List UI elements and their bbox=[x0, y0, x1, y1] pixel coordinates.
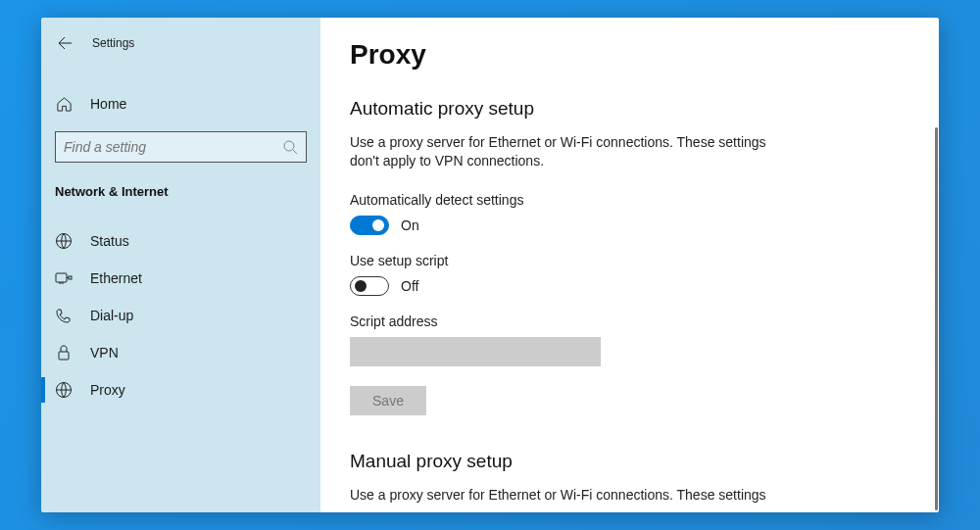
sidebar-category: Network & Internet bbox=[41, 163, 320, 209]
sidebar-item-label: Status bbox=[90, 233, 129, 249]
sidebar-item-label: VPN bbox=[90, 345, 119, 361]
svg-rect-7 bbox=[56, 273, 67, 282]
search-input-wrap[interactable] bbox=[55, 131, 307, 163]
home-label: Home bbox=[90, 96, 126, 112]
sidebar-item-dialup[interactable]: Dial-up bbox=[41, 297, 320, 334]
vpn-icon bbox=[55, 344, 73, 361]
detect-settings-label: Automatically detect settings bbox=[350, 192, 900, 208]
page-title: Proxy bbox=[350, 39, 900, 71]
sidebar-item-proxy[interactable]: Proxy bbox=[41, 371, 320, 409]
back-button[interactable] bbox=[55, 33, 74, 53]
section-manual-title: Manual proxy setup bbox=[350, 451, 900, 472]
home-icon bbox=[55, 95, 73, 113]
setup-script-toggle[interactable] bbox=[350, 276, 389, 296]
svg-line-5 bbox=[293, 150, 297, 154]
sidebar: Settings Home Network & Internet bbox=[41, 18, 320, 512]
svg-rect-9 bbox=[69, 276, 72, 279]
script-address-input bbox=[350, 337, 601, 366]
settings-window: Settings Home Network & Internet bbox=[41, 18, 939, 512]
dialup-icon bbox=[55, 307, 73, 324]
status-icon bbox=[55, 232, 73, 250]
sidebar-item-vpn[interactable]: VPN bbox=[41, 334, 320, 371]
sidebar-item-label: Ethernet bbox=[90, 270, 142, 286]
svg-rect-11 bbox=[59, 352, 69, 360]
save-button: Save bbox=[350, 386, 426, 415]
scrollbar[interactable] bbox=[935, 127, 938, 510]
sidebar-item-label: Proxy bbox=[90, 382, 125, 398]
sidebar-item-ethernet[interactable]: Ethernet bbox=[41, 260, 320, 297]
detect-settings-toggle[interactable] bbox=[350, 216, 389, 235]
script-address-label: Script address bbox=[350, 313, 900, 329]
sidebar-item-home[interactable]: Home bbox=[41, 86, 320, 121]
search-icon bbox=[282, 139, 298, 155]
setup-script-state: Off bbox=[401, 278, 418, 294]
sidebar-item-status[interactable]: Status bbox=[41, 222, 320, 260]
sidebar-nav: Status Ethernet Dial-up bbox=[41, 222, 320, 409]
detect-settings-state: On bbox=[401, 217, 419, 233]
proxy-icon bbox=[55, 381, 73, 399]
setup-script-label: Use setup script bbox=[350, 253, 900, 268]
section-auto-title: Automatic proxy setup bbox=[350, 98, 900, 120]
svg-point-4 bbox=[284, 141, 294, 151]
app-title: Settings bbox=[92, 36, 134, 50]
section-manual-desc: Use a proxy server for Ethernet or Wi-Fi… bbox=[350, 486, 781, 505]
content-area: Proxy Automatic proxy setup Use a proxy … bbox=[320, 18, 939, 512]
search-input[interactable] bbox=[64, 139, 282, 155]
section-auto-desc: Use a proxy server for Ethernet or Wi-Fi… bbox=[350, 133, 781, 170]
sidebar-item-label: Dial-up bbox=[90, 308, 133, 323]
ethernet-icon bbox=[55, 269, 73, 287]
